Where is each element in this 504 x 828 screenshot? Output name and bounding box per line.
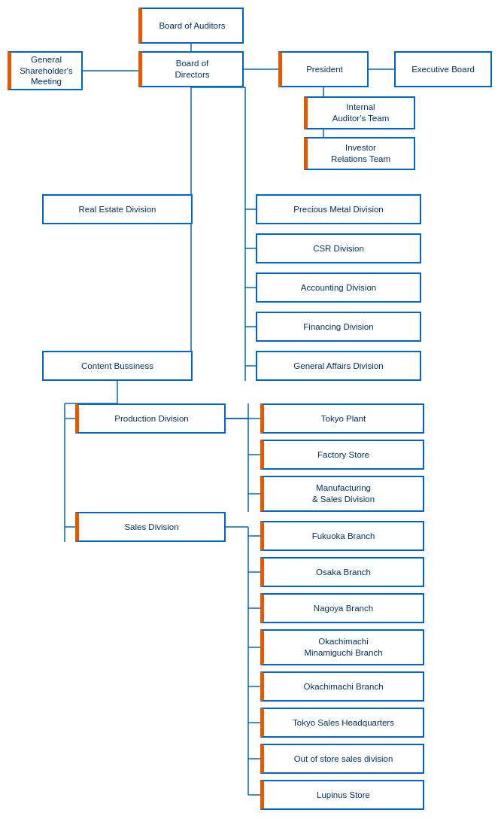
president-label: President bbox=[306, 64, 343, 75]
board-directors-box: Board ofDirectors bbox=[138, 51, 244, 87]
precious-metal-box: Precious Metal Division bbox=[256, 194, 421, 224]
production-division-label: Production Division bbox=[114, 413, 188, 425]
internal-auditors-label: InternalAuditor's Team bbox=[332, 102, 390, 124]
board-auditors-box: Board of Auditors bbox=[138, 8, 244, 44]
board-auditors-label: Board of Auditors bbox=[159, 20, 225, 32]
lupinus-label: Lupinus Store bbox=[317, 790, 370, 801]
csr-box: CSR Division bbox=[256, 233, 421, 263]
real-estate-label: Real Estate Division bbox=[79, 204, 156, 215]
investor-relations-label: InvestorRelations Team bbox=[331, 142, 390, 165]
financing-box: Financing Division bbox=[256, 312, 421, 342]
nagoya-box: Nagoya Branch bbox=[260, 593, 424, 623]
tokyo-sales-hq-label: Tokyo Sales Headquarters bbox=[293, 717, 394, 729]
general-affairs-box: General Affairs Division bbox=[256, 351, 421, 381]
osaka-label: Osaka Branch bbox=[316, 567, 371, 578]
okachimachi-minami-box: OkachimachiMinamiguchi Branch bbox=[260, 629, 424, 665]
org-chart: Board of Auditors GeneralShareholder'sMe… bbox=[0, 0, 504, 23]
general-shareholders-label: GeneralShareholder'sMeeting bbox=[20, 54, 73, 88]
tokyo-plant-box: Tokyo Plant bbox=[260, 403, 424, 434]
production-division-box: Production Division bbox=[75, 403, 226, 434]
content-business-label: Content Bussiness bbox=[81, 361, 153, 372]
manufacturing-sales-label: Manufacturing& Sales Division bbox=[312, 482, 375, 505]
okachimachi-minami-label: OkachimachiMinamiguchi Branch bbox=[304, 636, 382, 659]
osaka-box: Osaka Branch bbox=[260, 557, 424, 587]
tokyo-plant-label: Tokyo Plant bbox=[321, 413, 366, 425]
factory-store-box: Factory Store bbox=[260, 440, 424, 470]
investor-relations-box: InvestorRelations Team bbox=[304, 137, 415, 170]
executive-board-label: Executive Board bbox=[411, 64, 475, 75]
president-box: President bbox=[278, 51, 369, 87]
accounting-box: Accounting Division bbox=[256, 272, 421, 303]
sales-division-box: Sales Division bbox=[75, 512, 226, 542]
okachimachi-box: Okachimachi Branch bbox=[260, 671, 424, 702]
okachimachi-label: Okachimachi Branch bbox=[303, 681, 383, 693]
accounting-label: Accounting Division bbox=[301, 282, 376, 294]
nagoya-label: Nagoya Branch bbox=[314, 603, 373, 614]
precious-metal-label: Precious Metal Division bbox=[293, 204, 384, 215]
real-estate-box: Real Estate Division bbox=[42, 194, 193, 224]
out-of-store-label: Out of store sales division bbox=[294, 753, 393, 765]
out-of-store-box: Out of store sales division bbox=[260, 744, 424, 774]
factory-store-label: Factory Store bbox=[317, 449, 369, 461]
financing-label: Financing Division bbox=[303, 321, 373, 333]
executive-board-box: Executive Board bbox=[394, 51, 492, 87]
board-directors-label: Board ofDirectors bbox=[175, 58, 209, 81]
csr-label: CSR Division bbox=[313, 243, 364, 254]
fukuoka-label: Fukuoka Branch bbox=[312, 531, 375, 542]
general-shareholders-box: GeneralShareholder'sMeeting bbox=[8, 51, 83, 90]
content-business-box: Content Bussiness bbox=[42, 351, 193, 381]
tokyo-sales-hq-box: Tokyo Sales Headquarters bbox=[260, 708, 424, 738]
lupinus-box: Lupinus Store bbox=[260, 780, 424, 810]
general-affairs-label: General Affairs Division bbox=[293, 361, 383, 372]
fukuoka-box: Fukuoka Branch bbox=[260, 521, 424, 551]
manufacturing-sales-box: Manufacturing& Sales Division bbox=[260, 476, 424, 512]
internal-auditors-box: InternalAuditor's Team bbox=[304, 96, 415, 129]
sales-division-label: Sales Division bbox=[124, 522, 178, 533]
